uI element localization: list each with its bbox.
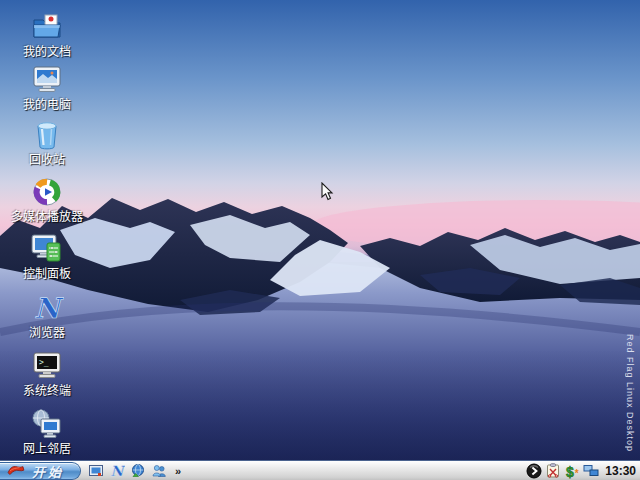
system-tray: $ * 13:30 [526,461,640,480]
desktop-icon-my-documents[interactable]: 我的文档 [5,10,89,59]
clipboard-tool-icon[interactable] [545,463,561,479]
svg-text:>_: >_ [39,358,49,367]
network-status-icon[interactable] [583,463,599,479]
terminal-icon: >_ [30,349,64,383]
desktop-icon-label: 我的电脑 [23,99,71,112]
user-manager-icon[interactable] [151,463,167,479]
quick-launch-bar: N » [88,463,181,479]
show-desktop-icon[interactable] [88,463,104,479]
svg-text:*: * [575,468,579,479]
tray-clock[interactable]: 13:30 [602,464,636,478]
desktop-icon-label: 系统终端 [23,385,71,398]
browser-quicklaunch-icon[interactable]: N [109,463,125,479]
tray-expand-icon[interactable] [526,463,542,479]
desktop-icon-control-panel[interactable]: 控制面板 [5,232,89,281]
desktop-icon-label: 多媒体播放器 [11,211,83,224]
wallpaper-image [0,0,640,460]
start-button-label: 开始 [32,462,64,480]
red-flag-icon [5,464,27,478]
start-button[interactable]: 开始 [0,462,81,480]
svg-text:N: N [34,292,64,325]
desktop-icon-label: 回收站 [29,154,65,167]
input-method-money-icon[interactable]: $ * [564,463,580,479]
svg-text:$: $ [566,464,574,480]
browser-icon: N [30,291,64,325]
network-neighborhood-icon [30,407,64,441]
taskbar: 开始 N [0,460,640,480]
control-panel-icon [30,232,64,266]
media-player-icon [30,175,64,209]
my-computer-icon [30,63,64,97]
desktop-icon-terminal[interactable]: >_ 系统终端 [5,349,89,398]
quick-launch-overflow-chevron[interactable]: » [175,463,181,479]
my-documents-icon [30,10,64,44]
desktop-icon-media-player[interactable]: 多媒体播放器 [5,175,89,224]
desktop-icon-label: 控制面板 [23,268,71,281]
svg-text:N: N [111,463,125,479]
desktop-icon-label: 浏览器 [29,327,65,340]
desktop-icon-label: 网上邻居 [23,443,71,456]
desktop-icon-recycle-bin[interactable]: 回收站 [5,118,89,167]
desktop-icon-label: 我的文档 [23,46,71,59]
desktop-icon-browser[interactable]: N 浏览器 [5,291,89,340]
mouse-cursor [321,182,334,202]
desktop-icon-network-neighborhood[interactable]: 网上邻居 [5,407,89,456]
internet-globe-icon[interactable] [130,463,146,479]
desktop-screen: 我的文档 我的电脑 回收站 [0,0,640,480]
desktop-icon-my-computer[interactable]: 我的电脑 [5,63,89,112]
recycle-bin-icon [30,118,64,152]
wallpaper-watermark: Red Flag Linux Desktop [625,334,635,452]
